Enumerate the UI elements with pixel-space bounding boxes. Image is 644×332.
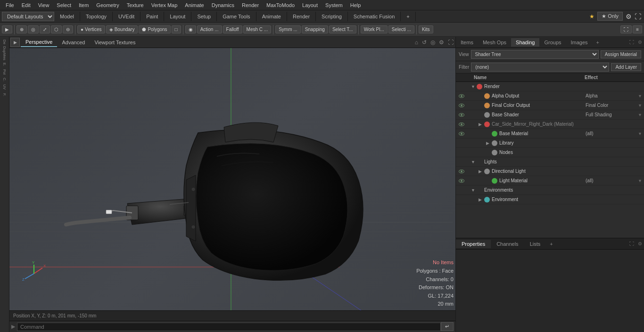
panel-settings-icon[interactable]: ⚙	[636, 40, 644, 45]
tab-animate[interactable]: Animate	[256, 12, 287, 21]
viewport-icon-fullscreen[interactable]: ⛶	[446, 39, 455, 46]
panel-tab-images[interactable]: Images	[566, 38, 593, 47]
viewport-icon-home[interactable]: ⌂	[413, 39, 420, 46]
tree-row-nodes[interactable]: Nodes	[456, 148, 644, 157]
tab-uvedit[interactable]: UVEdit	[113, 12, 140, 21]
menu-maxtomodo[interactable]: MaxToModo	[263, 1, 298, 9]
tree-row-render[interactable]: ▼Render	[456, 82, 644, 91]
menu-geometry[interactable]: Geometry	[92, 1, 123, 9]
only-button[interactable]: ★ Only	[597, 12, 623, 21]
tab-schematic-fusion[interactable]: Schematic Fusion	[348, 12, 401, 21]
assign-material-button[interactable]: Assign Material	[601, 50, 641, 58]
tab-model[interactable]: Model	[54, 12, 80, 21]
viewport-tab-perspective[interactable]: Perspective	[21, 38, 57, 47]
toolbar-polygons[interactable]: ⬟ Polygons	[139, 25, 170, 33]
left-sidebar-btn-pol[interactable]: Pol	[0, 69, 9, 75]
tree-arrow-library[interactable]: ▶	[486, 141, 492, 146]
menu-layout[interactable]: Layout	[298, 1, 322, 9]
left-sidebar-btn-mesh[interactable]: Mes	[0, 54, 9, 60]
tree-row-directional-light[interactable]: ▶Directional Light	[456, 167, 644, 176]
tree-row-environments[interactable]: ▼Environments	[456, 186, 644, 195]
prop-settings-icon[interactable]: ⚙	[636, 241, 644, 246]
viewport-icon-refresh[interactable]: ↺	[420, 39, 429, 46]
tree-arrow-lights[interactable]: ▼	[471, 160, 477, 164]
toolbar-select-mode[interactable]: □	[172, 25, 181, 33]
toolbar-select-t[interactable]: Select T...	[329, 25, 356, 33]
tree-arrow-environment[interactable]: ▶	[479, 197, 484, 202]
menu-animate[interactable]: Animate	[181, 1, 207, 9]
prop-tab-properties[interactable]: Properties	[456, 240, 491, 248]
effect-arrow-base-shader[interactable]: ▼	[638, 113, 642, 117]
tab-paint[interactable]: Paint	[140, 12, 164, 21]
left-sidebar-btn-uv[interactable]: UV	[0, 84, 9, 90]
car-mirror-object[interactable]	[57, 86, 377, 283]
menu-system[interactable]: System	[322, 1, 347, 9]
left-sidebar-btn-dup[interactable]: Dup	[0, 46, 9, 53]
toolbar-action[interactable]: Action ...	[197, 25, 222, 33]
viewport-canvas[interactable]: X Y Z No Items Polygons : Face Channels:…	[9, 48, 455, 310]
tree-eye-base-material[interactable]	[458, 130, 465, 138]
tab-render[interactable]: Render	[287, 12, 316, 21]
filter-select[interactable]: (none)	[471, 63, 609, 72]
tree-eye-car-material[interactable]	[458, 121, 465, 128]
toolbar-work-pl[interactable]: Work Pl...	[361, 25, 388, 33]
toolbar-expand[interactable]: ⛶	[620, 25, 632, 33]
effect-arrow-alpha-output[interactable]: ▼	[638, 94, 642, 98]
viewport-tab-textures[interactable]: Viewport Textures	[90, 38, 140, 47]
tree-eye-alpha-output[interactable]	[458, 92, 465, 100]
toolbar-deform[interactable]: ⊖	[63, 25, 73, 33]
left-sidebar-btn-c[interactable]: C.	[0, 76, 9, 83]
effect-arrow-light-material[interactable]: ▼	[638, 178, 642, 183]
tab-layout[interactable]: Layout	[164, 12, 191, 21]
toolbar-symm[interactable]: Symm ...	[275, 25, 300, 33]
viewport-icon-camera[interactable]: ◎	[429, 39, 437, 46]
tree-arrow-car-material[interactable]: ▶	[479, 122, 484, 127]
tree-row-light-material[interactable]: Light Material(all)▼	[456, 176, 644, 186]
tab-scripting[interactable]: Scripting	[316, 12, 348, 21]
panel-tab-mesh-ops[interactable]: Mesh Ops	[478, 38, 511, 47]
panel-tab-items[interactable]: Items	[456, 38, 478, 47]
tab-setup[interactable]: Setup	[191, 12, 217, 21]
menu-dynamics[interactable]: Dynamics	[208, 1, 238, 9]
panel-tab-shading[interactable]: Shading	[511, 38, 539, 47]
toolbar-perspective[interactable]: ⊕	[17, 25, 27, 33]
toolbar-boundary[interactable]: ◈ Boundary	[106, 25, 138, 33]
menu-view[interactable]: View	[34, 1, 53, 9]
effect-arrow-base-material[interactable]: ▼	[638, 131, 642, 136]
panel-expand-icon[interactable]: ⛶	[627, 40, 636, 45]
settings-icon[interactable]: ⚙	[626, 13, 632, 20]
prop-tab-lists[interactable]: Lists	[524, 240, 546, 248]
left-sidebar-btn-f[interactable]: F.	[0, 91, 9, 98]
viewport-3d[interactable]: X Y Z No Items Polygons : Face Channels:…	[9, 48, 455, 310]
tree-row-base-material[interactable]: Base Material(all)▼	[456, 129, 644, 138]
command-input[interactable]	[17, 323, 441, 331]
tab-plus[interactable]: +	[401, 12, 415, 21]
tab-topology[interactable]: Topology	[80, 12, 113, 21]
tree-row-alpha-output[interactable]: Alpha OutputAlpha▼	[456, 91, 644, 101]
layout-dropdown[interactable]: Default Layouts	[2, 12, 54, 21]
toolbar-snapping[interactable]: Snapping	[302, 25, 328, 33]
menu-vertex-map[interactable]: Vertex Map	[148, 1, 182, 9]
tree-eye-final-color[interactable]	[458, 102, 465, 109]
fullscreen-icon[interactable]: ⛶	[635, 13, 641, 20]
tab-game-tools[interactable]: Game Tools	[217, 12, 256, 21]
add-layer-button[interactable]: Add Layer	[611, 63, 641, 71]
menu-item[interactable]: Item	[75, 1, 92, 9]
tree-eye-directional-light[interactable]	[458, 168, 465, 175]
menu-edit[interactable]: Edit	[18, 1, 34, 9]
toolbar-falloff[interactable]: Falloff	[223, 25, 242, 33]
tree-eye-base-shader[interactable]	[458, 111, 465, 119]
viewport-icon-settings[interactable]: ⚙	[437, 39, 446, 46]
prop-tab-plus[interactable]: +	[546, 240, 556, 248]
toolbar-kits[interactable]: Kits	[419, 25, 433, 33]
tree-row-environment[interactable]: ▶Environment	[456, 195, 644, 204]
panel-tab-groups[interactable]: Groups	[539, 38, 566, 47]
toolbar-transform[interactable]: ⤢	[40, 25, 50, 33]
prop-tab-channels[interactable]: Channels	[491, 240, 524, 248]
toolbar-selecti[interactable]: Selecti ...	[388, 25, 414, 33]
tree-row-final-color[interactable]: Final Color OutputFinal Color▼	[456, 101, 644, 110]
viewport-toggle[interactable]: ▶	[10, 38, 20, 47]
left-sidebar-btn-de[interactable]: De	[0, 39, 9, 45]
command-submit[interactable]: ↵	[441, 322, 454, 331]
tree-arrow-render[interactable]: ▼	[471, 84, 477, 89]
